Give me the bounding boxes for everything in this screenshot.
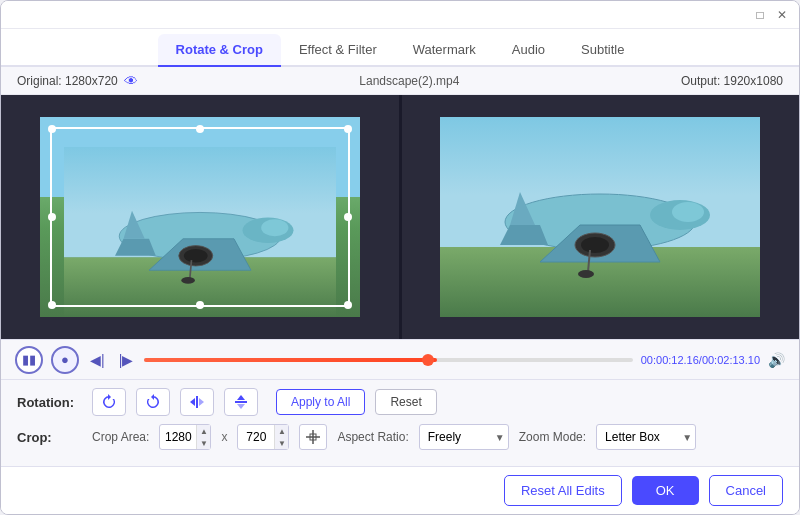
rotate-left-button[interactable] bbox=[92, 388, 126, 416]
reset-all-edits-button[interactable]: Reset All Edits bbox=[504, 475, 622, 506]
progress-fill bbox=[144, 358, 437, 362]
svg-point-11 bbox=[181, 277, 195, 284]
svg-marker-25 bbox=[151, 394, 154, 400]
svg-point-23 bbox=[578, 270, 594, 278]
svg-point-21 bbox=[581, 237, 609, 253]
progress-thumb[interactable] bbox=[422, 354, 434, 366]
svg-rect-29 bbox=[235, 401, 247, 403]
playback-bar: ▮▮ ● ◀| |▶ 00:00:12.16/00:02:13.10 🔊 bbox=[1, 339, 799, 379]
reset-rotation-button[interactable]: Reset bbox=[375, 389, 436, 415]
minimize-button[interactable]: □ bbox=[753, 8, 767, 22]
flip-vertical-button[interactable] bbox=[224, 388, 258, 416]
tab-watermark[interactable]: Watermark bbox=[395, 34, 494, 67]
crop-height-down[interactable]: ▼ bbox=[274, 437, 288, 449]
crop-height-input-wrap: ▲ ▼ bbox=[237, 424, 289, 450]
crop-row: Crop: Crop Area: ▲ ▼ x ▲ ▼ Aspect Rat bbox=[17, 424, 783, 450]
info-bar: Original: 1280x720 👁 Landscape(2).mp4 Ou… bbox=[1, 67, 799, 95]
svg-point-16 bbox=[672, 202, 704, 222]
tab-effect-filter[interactable]: Effect & Filter bbox=[281, 34, 395, 67]
prev-frame-button[interactable]: ◀| bbox=[87, 352, 108, 368]
center-crop-button[interactable] bbox=[299, 424, 327, 450]
next-frame-button[interactable]: |▶ bbox=[116, 352, 137, 368]
filename-display: Landscape(2).mp4 bbox=[359, 74, 459, 88]
x-separator: x bbox=[221, 430, 227, 444]
video-preview-left bbox=[40, 117, 360, 317]
zoom-mode-select-wrap: Letter Box Pan & Scan Full ▼ bbox=[596, 424, 696, 450]
time-display: 00:00:12.16/00:02:13.10 bbox=[641, 354, 760, 366]
cancel-button[interactable]: Cancel bbox=[709, 475, 783, 506]
ok-button[interactable]: OK bbox=[632, 476, 699, 505]
tab-subtitle[interactable]: Subtitle bbox=[563, 34, 642, 67]
bottom-bar: Reset All Edits OK Cancel bbox=[1, 466, 799, 514]
video-preview-right bbox=[440, 117, 760, 317]
crop-width-down[interactable]: ▼ bbox=[196, 437, 210, 449]
crop-width-up[interactable]: ▲ bbox=[196, 425, 210, 437]
crop-area-label: Crop Area: bbox=[92, 430, 149, 444]
rotation-row: Rotation: Apply to All Reset bbox=[17, 388, 783, 416]
rotation-label: Rotation: bbox=[17, 395, 82, 410]
play-pause-button[interactable]: ▮▮ bbox=[15, 346, 43, 374]
tab-rotate-crop[interactable]: Rotate & Crop bbox=[158, 34, 281, 67]
crop-height-up[interactable]: ▲ bbox=[274, 425, 288, 437]
tabs-bar: Rotate & Crop Effect & Filter Watermark … bbox=[1, 29, 799, 67]
tab-audio[interactable]: Audio bbox=[494, 34, 563, 67]
aspect-ratio-select-wrap: Freely 16:9 4:3 1:1 9:16 ▼ bbox=[419, 424, 509, 450]
stop-button[interactable]: ● bbox=[51, 346, 79, 374]
title-bar: □ ✕ bbox=[1, 1, 799, 29]
preview-right bbox=[402, 95, 800, 339]
svg-marker-27 bbox=[190, 398, 195, 406]
svg-point-9 bbox=[184, 249, 208, 263]
preview-area bbox=[1, 95, 799, 339]
original-resolution: Original: 1280x720 bbox=[17, 74, 118, 88]
apply-to-all-button[interactable]: Apply to All bbox=[276, 389, 365, 415]
volume-icon[interactable]: 🔊 bbox=[768, 352, 785, 368]
controls-section: Rotation: Apply to All Reset Crop: Crop … bbox=[1, 379, 799, 466]
video-frame-left bbox=[40, 117, 360, 317]
visibility-icon[interactable]: 👁 bbox=[124, 73, 138, 89]
svg-rect-26 bbox=[196, 396, 198, 408]
aspect-ratio-label: Aspect Ratio: bbox=[337, 430, 408, 444]
output-resolution: Output: 1920x1080 bbox=[681, 74, 783, 88]
crop-width-input-wrap: ▲ ▼ bbox=[159, 424, 211, 450]
progress-bar[interactable] bbox=[144, 358, 632, 362]
rotate-right-button[interactable] bbox=[136, 388, 170, 416]
flip-horizontal-button[interactable] bbox=[180, 388, 214, 416]
svg-marker-30 bbox=[237, 395, 245, 400]
video-frame-right bbox=[440, 117, 760, 317]
main-window: □ ✕ Rotate & Crop Effect & Filter Waterm… bbox=[0, 0, 800, 515]
svg-point-4 bbox=[261, 219, 288, 236]
zoom-mode-select[interactable]: Letter Box Pan & Scan Full bbox=[596, 424, 696, 450]
close-button[interactable]: ✕ bbox=[775, 8, 789, 22]
zoom-mode-label: Zoom Mode: bbox=[519, 430, 586, 444]
aspect-ratio-select[interactable]: Freely 16:9 4:3 1:1 9:16 bbox=[419, 424, 509, 450]
preview-left bbox=[1, 95, 402, 339]
svg-marker-31 bbox=[237, 404, 245, 409]
svg-marker-28 bbox=[199, 398, 204, 406]
crop-label: Crop: bbox=[17, 430, 82, 445]
svg-marker-24 bbox=[108, 394, 111, 400]
